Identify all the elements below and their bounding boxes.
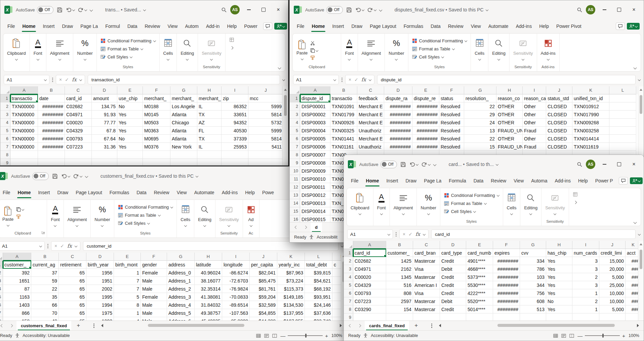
view-normal-icon[interactable] <box>553 334 558 338</box>
ribbon-expand-chevron[interactable] <box>574 201 577 204</box>
cell-K4[interactable]: $115,373 <box>277 285 305 293</box>
cell-E6[interactable]: 8 <box>114 301 141 309</box>
cell-B8[interactable] <box>38 151 65 159</box>
cell-G6[interactable]: Address_4 <box>167 301 195 309</box>
column-header-I[interactable]: I <box>523 86 546 94</box>
cell-G7[interactable]: 15 <box>464 143 496 151</box>
cell-H1[interactable]: merchant_ <box>197 94 222 102</box>
cell-B4[interactable]: TXN00926 <box>330 119 357 127</box>
ribbon-group-alignment[interactable]: Alignment <box>390 188 417 226</box>
cell-L5[interactable]: $93,951 <box>305 293 332 301</box>
cell-D3[interactable]: 1951 <box>86 277 114 285</box>
ribbon-group-alignment[interactable]: Alignment <box>46 34 74 71</box>
ribbon-group-cells[interactable]: Cells <box>503 188 521 226</box>
row-header-12[interactable]: 12 <box>290 183 300 191</box>
formula-input[interactable]: dispute_id <box>377 75 636 84</box>
add-sheet-button[interactable]: + <box>410 322 422 329</box>
cell-D5[interactable]: ######## <box>384 127 412 135</box>
menu-tab-add-in[interactable]: Add-in <box>202 19 223 33</box>
cell-F3[interactable]: ######## <box>493 265 520 273</box>
menu-tab-autom[interactable]: Autom <box>181 19 202 33</box>
ribbon-group-editing[interactable]: Editing <box>520 188 541 226</box>
cell-C3[interactable]: Merchant E <box>357 111 384 119</box>
cell-C1[interactable]: card_id <box>65 94 92 102</box>
row-header-14[interactable]: 14 <box>290 199 300 207</box>
row-header-1[interactable]: 1 <box>344 249 353 257</box>
cell-J4[interactable]: $81,761 <box>250 285 277 293</box>
zoom-out-button[interactable]: — <box>577 333 582 339</box>
menu-tab-power[interactable]: Power <box>240 19 261 33</box>
cell-G2[interactable]: Los Angele <box>170 102 197 111</box>
sheet-nav-left-icon[interactable] <box>0 325 6 327</box>
cell-F8[interactable]: Male <box>141 317 167 321</box>
row-header-6[interactable]: 6 <box>0 135 10 143</box>
cell-K6[interactable]: $134,530 <box>277 301 305 309</box>
copy-button[interactable] <box>310 48 318 53</box>
cell-I3[interactable]: 33651 <box>222 111 248 119</box>
cell-E6[interactable]: 4222**** <box>466 289 493 297</box>
zoom-in-button[interactable]: + <box>325 333 328 339</box>
row-header-5[interactable]: 5 <box>0 293 3 301</box>
column-header-D[interactable]: D <box>92 86 117 94</box>
cell-F1[interactable]: status <box>439 94 464 102</box>
confirm-entry-icon[interactable]: ✓ <box>354 77 358 82</box>
menu-tab-insert[interactable]: Insert <box>328 19 348 33</box>
row-header-1[interactable]: 1 <box>0 94 10 102</box>
cell-E3[interactable]: ######## <box>412 111 439 119</box>
cell-I9[interactable] <box>222 159 248 165</box>
cell-A3[interactable]: DISP00002 <box>300 111 330 119</box>
cell-E7[interactable]: ######## <box>412 143 439 151</box>
column-header-A[interactable]: A <box>353 241 386 249</box>
row-header-11[interactable]: 11 <box>290 175 300 183</box>
cell-C8[interactable]: Mastercar <box>413 305 440 313</box>
ribbon-group-alignment[interactable]: Alignment <box>358 34 385 71</box>
cell-F6[interactable]: ######## <box>493 289 520 297</box>
account-avatar[interactable]: AS <box>230 5 240 14</box>
cell-C4[interactable]: Merchant E <box>357 119 384 127</box>
cell-H6[interactable]: Yes <box>546 289 572 297</box>
cell-D9[interactable] <box>440 313 466 321</box>
cell-F1[interactable]: expires <box>493 249 520 257</box>
cell-J6[interactable]: $32,589 <box>250 301 277 309</box>
cell-J2[interactable]: $82,041 <box>250 269 277 277</box>
cell-E3[interactable]: Yes <box>117 111 143 119</box>
cell-K7[interactable]: $137,955 <box>277 309 305 317</box>
ribbon-group-number[interactable]: %Number <box>73 34 96 71</box>
cell-I4[interactable]: Other <box>523 119 546 127</box>
autosave-toggle[interactable]: AutoSave Off <box>16 6 53 14</box>
undo-icon[interactable] <box>409 162 418 167</box>
cell-C3[interactable]: 65 <box>59 277 86 285</box>
cell-H4[interactable]: 32.35314 <box>195 285 222 293</box>
column-header-E[interactable]: E <box>466 241 493 249</box>
cell-E8[interactable]: 4 <box>114 317 141 321</box>
column-header-C[interactable]: C <box>357 86 384 94</box>
column-header-J[interactable]: J <box>248 86 283 94</box>
cell-E9[interactable] <box>117 159 143 165</box>
cell-D1[interactable]: amount <box>92 94 117 102</box>
row-header-7[interactable]: 7 <box>0 309 3 317</box>
row-header-9[interactable]: 9 <box>290 159 300 167</box>
ribbon-group-editing[interactable]: Editing <box>488 34 510 71</box>
cell-F7[interactable]: ######## <box>493 297 520 305</box>
column-header-H[interactable]: H <box>195 253 222 261</box>
cell-H6[interactable]: OTHER <box>496 135 523 143</box>
cell-A3[interactable]: 1651 <box>3 277 31 285</box>
cell-F3[interactable]: M0145 <box>143 111 170 119</box>
cell-H3[interactable]: TX <box>197 111 222 119</box>
row-header-4[interactable]: 4 <box>0 119 10 127</box>
cell-A5[interactable]: TXN00000 <box>10 127 38 135</box>
menu-tab-insert[interactable]: Insert <box>39 19 58 33</box>
row-header-15[interactable]: 15 <box>290 207 300 215</box>
view-normal-icon[interactable] <box>256 334 261 338</box>
cell-G2[interactable]: Address_0 <box>167 269 195 277</box>
cell-E7[interactable]: 1 <box>114 309 141 317</box>
column-header-B[interactable]: B <box>31 253 59 261</box>
cell-E5[interactable]: 5530**** <box>466 281 493 289</box>
cell-A8[interactable]: C03290 <box>353 305 386 313</box>
menu-tab-home[interactable]: Home <box>362 174 383 188</box>
cell-E7[interactable]: Yes <box>117 143 143 151</box>
cell-L5[interactable] <box>609 127 636 135</box>
row-header-9[interactable]: 9 <box>0 159 10 165</box>
menu-tab-home[interactable]: Home <box>14 185 35 200</box>
menu-tab-file[interactable]: File <box>347 174 362 188</box>
